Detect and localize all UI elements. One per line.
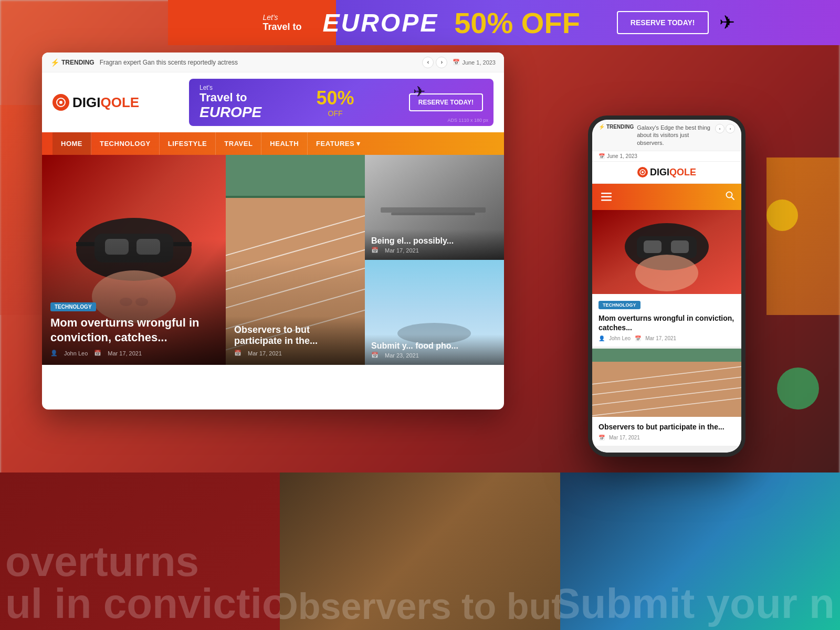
calendar-icon-center: 📅 — [234, 350, 242, 356]
article-author: John Leo — [64, 350, 88, 356]
mobile-article-meta-1: 👤 John Leo 📅 Mar 17, 2021 — [598, 335, 735, 341]
mobile-article-category-1[interactable]: TECHNOLOGY — [598, 301, 640, 309]
mobile-date-text: June 1, 2023 — [607, 153, 637, 159]
mobile-search-icon[interactable] — [726, 191, 735, 203]
mobile-nav-bar — [592, 184, 741, 210]
svg-rect-44 — [671, 240, 689, 253]
top-banner-stripe — [168, 0, 336, 45]
article-main-meta: 👤 John Leo 📅 Mar 17, 2021 — [50, 350, 217, 356]
svg-rect-43 — [644, 240, 662, 253]
article-right-top-date: Mar 17, 2021 — [385, 247, 419, 254]
svg-point-45 — [635, 255, 698, 291]
mobile-calendar-icon: 📅 — [598, 153, 605, 159]
mobile-phone: ⚡ TRENDING Galaxy's Edge the best thing … — [588, 116, 746, 457]
ad-lets: Let's — [200, 84, 261, 91]
bg-section-left: overturnsul in conviction, — [0, 472, 280, 630]
mobile-article-body-1: TECHNOLOGY Mom overturns wrongful in con… — [592, 294, 741, 346]
top-banner-europe: EUROPE — [323, 8, 439, 37]
article-right-top[interactable]: Being el... possibly... 📅 Mar 17, 2021 — [365, 155, 504, 260]
nav-technology[interactable]: TECHNOLOGY — [91, 132, 160, 155]
logo-text: DIGIQOLE — [72, 94, 139, 111]
article-center-meta: 📅 Mar 17, 2021 — [234, 350, 356, 356]
trending-next-button[interactable]: › — [436, 57, 447, 68]
mobile-logo-section: DIGIQOLE — [592, 162, 741, 184]
ad-left-text: Let's Travel to EUROPE — [200, 84, 261, 121]
svg-point-1 — [59, 101, 62, 104]
svg-rect-15 — [226, 196, 365, 198]
article-date: Mar 17, 2021 — [108, 350, 142, 356]
decorative-circle-green — [777, 368, 819, 410]
mobile-cal-icon-2: 📅 — [598, 435, 605, 440]
mobile-menu-icon[interactable] — [598, 189, 614, 205]
bg-text-left: overturnsul in conviction, — [5, 541, 280, 625]
article-center[interactable]: 1 Observers to but participate in the...… — [226, 155, 365, 365]
mobile-article-body-2: Observers to but participate in the... 📅… — [592, 417, 741, 446]
mobile-author-1: John Leo — [609, 335, 631, 341]
browser-window: ⚡ TRENDING Fragran expert Gan this scent… — [42, 52, 504, 410]
mobile-track-image — [592, 349, 741, 417]
svg-rect-47 — [592, 362, 741, 417]
mobile-screen: ⚡ TRENDING Galaxy's Edge the best thing … — [592, 120, 741, 453]
ad-europe: EUROPE — [200, 104, 261, 121]
bg-section-right: Submit your n — [560, 472, 840, 630]
article-center-title: Observers to but participate in the... — [234, 324, 356, 346]
article-right-bottom-meta: 📅 Mar 23, 2021 — [371, 352, 498, 359]
trending-text-label: TRENDING — [61, 59, 94, 66]
calendar-icon-small: 📅 — [94, 350, 101, 356]
mobile-article-img-vr — [592, 210, 741, 294]
mobile-logo-text: DIGIQOLE — [650, 167, 696, 178]
mobile-date-2: Mar 17, 2021 — [609, 435, 640, 440]
nav-health[interactable]: HEALTH — [261, 132, 308, 155]
top-banner-left: Let's Travel to — [262, 13, 301, 33]
mobile-date-1: Mar 17, 2021 — [645, 335, 676, 341]
mobile-trending-text-label: TRENDING — [606, 124, 634, 130]
svg-rect-27 — [381, 207, 486, 213]
nav-features[interactable]: FEATURES ▾ — [308, 132, 369, 155]
site-header: DIGIQOLE Let's Travel to EUROPE 50% OFF … — [42, 72, 504, 132]
top-banner: Let's Travel to EUROPE 50% OFF RESERVE T… — [168, 0, 840, 45]
top-banner-discount: 50% OFF — [454, 6, 580, 40]
background-bottom: overturnsul in conviction, Observers to … — [0, 472, 840, 630]
mobile-trending-nav: ‹ › — [715, 124, 735, 133]
top-banner-travel: Travel to — [262, 22, 301, 33]
nav-lifestyle[interactable]: LIFESTYLE — [160, 132, 216, 155]
mobile-article-title-1: Mom overturns wrongful in conviction, ca… — [598, 313, 735, 332]
trending-date: 📅 June 1, 2023 — [453, 59, 496, 66]
nav-home[interactable]: HOME — [52, 132, 91, 155]
ad-off: OFF — [317, 109, 354, 118]
author-icon: 👤 — [50, 350, 58, 356]
mobile-logo[interactable]: DIGIQOLE — [637, 167, 696, 178]
logo-icon — [52, 94, 69, 111]
ad-plane-icon: ✈ — [413, 83, 425, 100]
mobile-logo-highlight: QOLE — [669, 167, 696, 177]
mobile-article-meta-2: 📅 Mar 17, 2021 — [598, 435, 735, 440]
mobile-next-button[interactable]: › — [726, 124, 735, 133]
article-grid: TECHNOLOGY Mom overturns wrongful in con… — [42, 155, 504, 365]
mobile-prev-button[interactable]: ‹ — [715, 124, 724, 133]
article-main[interactable]: TECHNOLOGY Mom overturns wrongful in con… — [42, 155, 226, 365]
article-center-content: Observers to but participate in the... 📅… — [226, 316, 365, 365]
lightning-icon: ⚡ — [50, 58, 59, 67]
article-right-bottom[interactable]: Submit y... food pho... 📅 Mar 23, 2021 — [365, 260, 504, 365]
top-banner-reserve-button[interactable]: RESERVE TODAY! — [617, 11, 709, 34]
trending-date-text: June 1, 2023 — [462, 59, 496, 66]
site-logo[interactable]: DIGIQOLE — [52, 94, 139, 111]
trending-prev-button[interactable]: ‹ — [422, 57, 434, 68]
side-people-right — [766, 158, 840, 315]
mobile-article-card-1[interactable]: TECHNOLOGY Mom overturns wrongful in con… — [592, 210, 741, 346]
mobile-article-title-2: Observers to but participate in the... — [598, 422, 735, 432]
main-navigation: HOME TECHNOLOGY LIFESTYLE TRAVEL HEALTH … — [42, 132, 504, 155]
mobile-lightning-icon: ⚡ — [598, 124, 605, 130]
article-center-date: Mar 17, 2021 — [248, 350, 282, 356]
article-right-bottom-date: Mar 23, 2021 — [385, 352, 419, 359]
ad-banner[interactable]: Let's Travel to EUROPE 50% OFF RESERVE T… — [189, 79, 494, 126]
mobile-author-icon-1: 👤 — [598, 335, 605, 341]
mobile-article-card-2[interactable]: Observers to but participate in the... 📅… — [592, 349, 741, 446]
article-main-content: TECHNOLOGY Mom overturns wrongful in con… — [42, 293, 226, 365]
mobile-article-img-track — [592, 349, 741, 417]
nav-travel[interactable]: TRAVEL — [216, 132, 261, 155]
svg-rect-34 — [601, 193, 612, 194]
svg-line-38 — [731, 197, 734, 200]
article-category-badge[interactable]: TECHNOLOGY — [50, 302, 96, 311]
article-main-title: Mom overturns wrongful in conviction, ca… — [50, 316, 217, 345]
